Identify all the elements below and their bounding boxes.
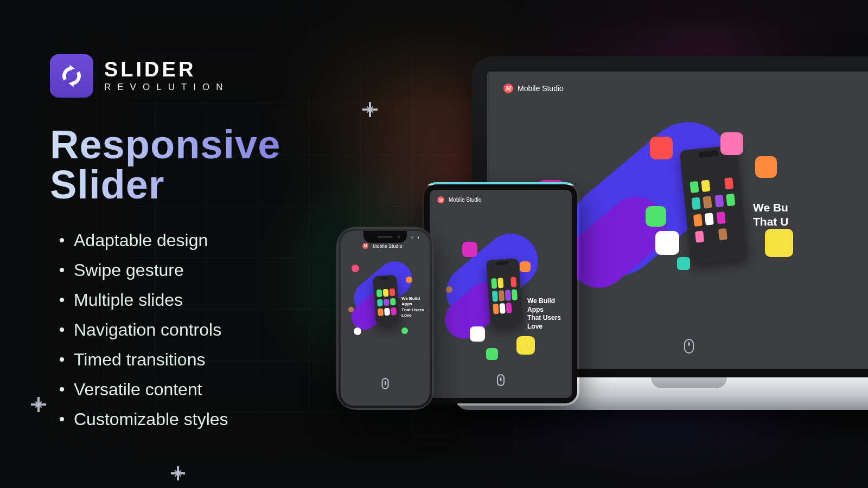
headline: Responsive Slider (50, 125, 359, 205)
mouse-scroll-icon (497, 374, 505, 386)
refresh-icon (59, 63, 85, 89)
floating-dot (352, 265, 359, 272)
brand-logo: SLIDER REVOLUTION (50, 54, 359, 98)
mobile-studio-brand: M Mobile Studio (437, 196, 482, 203)
brand-name-top: SLIDER (104, 59, 229, 80)
floating-tile (755, 156, 777, 178)
tablet-screen: M Mobile Studio We Build AppsThat Users … (430, 190, 572, 398)
floating-dot (348, 307, 354, 312)
floating-tile (470, 326, 485, 342)
mobile-studio-brand: M Mobile Studio (503, 84, 564, 93)
mobile-studio-name: Mobile Studio (518, 84, 564, 93)
floating-tile (486, 348, 498, 360)
tagline: We BuThat U (753, 201, 788, 229)
feature-item: Customizable styles (50, 404, 359, 434)
floating-dot (446, 286, 452, 293)
mini-phone (486, 258, 523, 326)
floating-tile (650, 137, 673, 159)
floating-tile (655, 231, 679, 255)
sparkle-icon (362, 102, 378, 117)
phone-mockup: .ııl ᯤ ▮ M Mobile Studio We Build AppsTh… (336, 227, 434, 410)
logo-badge (50, 54, 93, 98)
svg-marker-1 (68, 82, 74, 87)
mobile-studio-mark: M (503, 84, 513, 93)
phone-screen: .ııl ᯤ ▮ M Mobile Studio We Build AppsTh… (341, 231, 430, 406)
mini-phone (679, 145, 748, 264)
mouse-scroll-icon (382, 378, 389, 389)
floating-tile (520, 261, 531, 272)
mouse-scroll-icon (684, 339, 694, 354)
tagline: We Build AppsThat Users Love (527, 297, 572, 331)
feature-item: Multiple slides (50, 285, 359, 315)
floating-tile (462, 242, 477, 257)
feature-list: Adaptable design Swipe gesture Multiple … (50, 226, 359, 434)
mobile-studio-name: Mobile Studio (373, 243, 403, 249)
floating-dot (406, 277, 412, 283)
feature-item: Navigation controls (50, 315, 359, 345)
mini-phone (373, 275, 400, 325)
mobile-studio-brand: M Mobile Studio (362, 243, 403, 249)
mobile-studio-mark: M (437, 196, 444, 203)
app-icon-grid (690, 177, 739, 243)
feature-item: Versatile content (50, 375, 359, 404)
floating-tile (677, 257, 690, 270)
floating-dot (354, 328, 361, 335)
feature-item: Swipe gesture (50, 255, 359, 285)
feature-item: Timed transitions (50, 345, 359, 375)
mobile-studio-mark: M (362, 243, 368, 249)
svg-marker-0 (69, 65, 75, 70)
sparkle-icon (30, 396, 47, 413)
brand-name-bottom: REVOLUTION (104, 82, 229, 93)
floating-tile (765, 229, 793, 257)
tagline: We Build AppsThat Users Love (401, 296, 430, 319)
floating-tile (720, 132, 743, 155)
left-panel: SLIDER REVOLUTION Responsive Slider Adap… (50, 54, 359, 434)
brand-wordmark: SLIDER REVOLUTION (104, 59, 229, 93)
floating-tile (516, 336, 535, 355)
floating-dot (401, 328, 408, 334)
floating-tile (646, 206, 666, 227)
sparkle-icon (171, 466, 185, 480)
tablet-mockup: M Mobile Studio We Build AppsThat Users … (422, 182, 579, 406)
phone-notch (363, 231, 407, 243)
feature-item: Adaptable design (50, 226, 359, 255)
mobile-studio-name: Mobile Studio (449, 197, 482, 203)
